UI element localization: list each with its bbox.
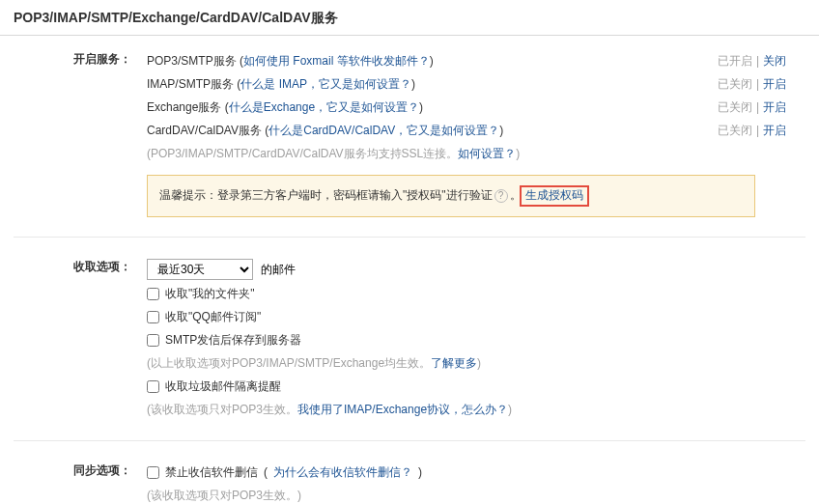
imap-exchange-help-link[interactable]: 我使用了IMAP/Exchange协议，怎么办？	[297, 403, 508, 416]
service-help-link[interactable]: 什么是 IMAP，它又是如何设置？	[240, 77, 411, 91]
service-name: CardDAV/CalDAV服务	[147, 124, 262, 137]
checkbox-nodelete[interactable]	[147, 466, 159, 479]
checkbox-label: 收取"QQ邮件订阅"	[165, 305, 261, 328]
generate-code-highlight: 生成授权码	[520, 185, 589, 207]
checkbox-row-myfolder: 收取"我的文件夹"	[147, 282, 805, 305]
receive-select-suffix: 的邮件	[261, 257, 296, 282]
note-suffix: )	[508, 403, 512, 416]
service-status: 已关闭	[718, 124, 752, 137]
checkbox-myfolder[interactable]	[147, 288, 159, 300]
receive-note-2: (该收取选项只对POP3生效。我使用了IMAP/Exchange协议，怎么办？)	[147, 398, 805, 421]
sync-note: (该收取选项只对POP3生效。)	[147, 484, 805, 504]
checkbox-label: 收取垃圾邮件隔离提醒	[165, 375, 281, 398]
checkbox-row-spam: 收取垃圾邮件隔离提醒	[147, 375, 805, 398]
page-title: POP3/IMAP/SMTP/Exchange/CardDAV/CalDAV服务	[0, 0, 819, 36]
sync-section-label: 同步选项：	[0, 461, 147, 504]
service-help-link[interactable]: 如何使用 Foxmail 等软件收发邮件？	[243, 54, 430, 68]
paren-close: )	[411, 77, 415, 91]
receive-note-1: (以上收取选项对POP3/IMAP/SMTP/Exchange均生效。了解更多)	[147, 351, 805, 375]
divider	[14, 440, 805, 441]
service-help-link[interactable]: 什么是CardDAV/CalDAV，它又是如何设置？	[268, 124, 499, 137]
service-row-exchange: Exchange服务 (什么是Exchange，它又是如何设置？) 已关闭|开启	[147, 96, 805, 119]
separator: |	[752, 100, 763, 114]
service-action-link[interactable]: 开启	[763, 77, 786, 91]
paren-open: (	[264, 461, 268, 484]
service-row-carddav: CardDAV/CalDAV服务 (什么是CardDAV/CalDAV，它又是如…	[147, 119, 805, 142]
service-name: IMAP/SMTP服务	[147, 77, 234, 91]
checkbox-spam[interactable]	[147, 380, 159, 393]
service-row-pop3: POP3/SMTP服务 (如何使用 Foxmail 等软件收发邮件？) 已开启|…	[147, 49, 805, 72]
ssl-setup-link[interactable]: 如何设置？	[458, 147, 516, 160]
separator: |	[752, 124, 763, 137]
service-action-link[interactable]: 开启	[763, 100, 786, 114]
service-section-label: 开启服务：	[0, 49, 147, 217]
service-row-imap: IMAP/SMTP服务 (什么是 IMAP，它又是如何设置？) 已关闭|开启	[147, 72, 805, 96]
learn-more-link[interactable]: 了解更多	[431, 356, 477, 370]
ssl-note: (POP3/IMAP/SMTP/CardDAV/CalDAV服务均支持SSL连接…	[147, 142, 805, 165]
service-action-link[interactable]: 关闭	[763, 54, 786, 68]
separator: |	[752, 54, 763, 68]
generate-auth-code-link[interactable]: 生成授权码	[525, 188, 583, 202]
service-status: 已开启	[718, 54, 752, 68]
paren-close: )	[419, 100, 423, 114]
service-status: 已关闭	[718, 100, 752, 114]
service-help-link[interactable]: 什么是Exchange，它又是如何设置？	[229, 100, 419, 114]
tip-text: 温馨提示：登录第三方客户端时，密码框请输入"授权码"进行验证	[159, 188, 493, 202]
help-icon[interactable]: ?	[494, 189, 508, 203]
checkbox-label: 禁止收信软件删信	[165, 461, 258, 484]
checkbox-smtp-save[interactable]	[147, 334, 159, 347]
paren-close: )	[418, 461, 422, 484]
checkbox-label: SMTP发信后保存到服务器	[165, 328, 301, 351]
receive-range-select[interactable]: 最近30天	[147, 259, 253, 280]
note-suffix: )	[477, 356, 481, 370]
nodelete-help-link[interactable]: 为什么会有收信软件删信？	[273, 461, 412, 484]
ssl-note-suffix: )	[516, 147, 520, 160]
checkbox-label: 收取"我的文件夹"	[165, 282, 255, 305]
service-status: 已关闭	[718, 77, 752, 91]
checkbox-row-smtp-save: SMTP发信后保存到服务器	[147, 328, 805, 351]
receive-section: 收取选项： 最近30天 的邮件 收取"我的文件夹" 收取"QQ邮件订阅" SMT…	[0, 243, 819, 434]
note-prefix: (以上收取选项对POP3/IMAP/SMTP/Exchange均生效。	[147, 356, 431, 370]
checkbox-row-nodelete: 禁止收信软件删信 (为什么会有收信软件删信？)	[147, 461, 805, 484]
sync-section: 同步选项： 禁止收信软件删信 (为什么会有收信软件删信？) (该收取选项只对PO…	[0, 447, 819, 504]
ssl-note-prefix: (POP3/IMAP/SMTP/CardDAV/CalDAV服务均支持SSL连接…	[147, 147, 458, 160]
service-name: POP3/SMTP服务	[147, 54, 237, 68]
receive-select-row: 最近30天 的邮件	[147, 257, 805, 282]
separator: |	[752, 77, 763, 91]
service-action-link[interactable]: 开启	[763, 124, 786, 137]
service-section: 开启服务： POP3/SMTP服务 (如何使用 Foxmail 等软件收发邮件？…	[0, 36, 819, 231]
tip-box: 温馨提示：登录第三方客户端时，密码框请输入"授权码"进行验证?。生成授权码	[147, 175, 755, 217]
paren-close: )	[430, 54, 434, 68]
divider	[14, 237, 805, 238]
checkbox-subscribe[interactable]	[147, 311, 159, 323]
service-name: Exchange服务	[147, 100, 221, 114]
checkbox-row-subscribe: 收取"QQ邮件订阅"	[147, 305, 805, 328]
note-prefix: (该收取选项只对POP3生效。	[147, 403, 297, 416]
paren-close: )	[499, 124, 503, 137]
receive-section-label: 收取选项：	[0, 257, 147, 421]
